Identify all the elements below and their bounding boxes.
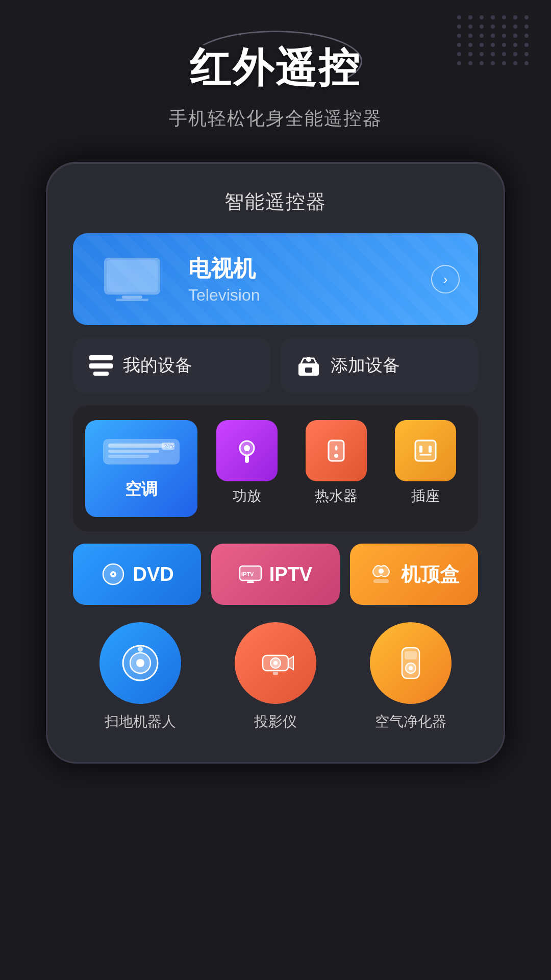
svg-rect-9 <box>108 450 159 453</box>
projector-button[interactable]: 投影仪 <box>235 622 316 731</box>
add-device-button[interactable]: 添加设备 <box>281 337 478 394</box>
socket-icon <box>410 435 441 466</box>
amplifier-button[interactable]: 功放 <box>216 420 278 506</box>
iptv-label: IPTV <box>269 564 312 585</box>
water-heater-label: 热水器 <box>315 486 358 506</box>
svg-point-23 <box>112 573 114 575</box>
appliances-grid: 24℃ 空调 功放 <box>85 420 466 517</box>
water-heater-button[interactable]: 热水器 <box>306 420 367 506</box>
small-appliances: 功放 热水器 <box>207 420 466 506</box>
add-device-label: 添加设备 <box>331 354 400 377</box>
header: 红外遥控 手机轻松化身全能遥控器 <box>169 41 382 131</box>
robot-vacuum-button[interactable]: 扫地机器人 <box>99 622 181 731</box>
svg-text:24℃: 24℃ <box>164 444 176 449</box>
media-row: DVD IPTV IPTV 机顶盒 <box>73 544 478 605</box>
svg-point-17 <box>334 454 338 458</box>
svg-point-31 <box>136 659 144 667</box>
dvd-icon <box>101 561 126 587</box>
dvd-label: DVD <box>133 564 174 585</box>
my-devices-label: 我的设备 <box>123 354 192 377</box>
ac-button[interactable]: 24℃ 空调 <box>85 420 197 517</box>
dvd-button[interactable]: DVD <box>73 544 201 605</box>
air-purifier-button[interactable]: 空气净化器 <box>370 622 452 731</box>
ac-icon: 24℃ <box>101 436 182 472</box>
svg-text:IPTV: IPTV <box>241 571 254 577</box>
svg-rect-36 <box>273 672 278 675</box>
robot-vacuum-label: 扫地机器人 <box>105 712 176 731</box>
inner-title: 智能遥控器 <box>73 189 478 215</box>
page-subtitle: 手机轻松化身全能遥控器 <box>169 106 382 131</box>
title-arc-decoration <box>189 31 362 92</box>
bottom-row: 扫地机器人 投影仪 <box>73 617 478 731</box>
my-devices-icon <box>88 355 114 376</box>
svg-point-40 <box>409 666 413 670</box>
svg-rect-10 <box>108 455 149 458</box>
svg-rect-19 <box>419 446 422 453</box>
tv-icon-container <box>91 249 173 310</box>
svg-point-27 <box>379 569 384 574</box>
svg-rect-1 <box>107 260 158 292</box>
projector-label: 投影仪 <box>254 712 297 731</box>
add-device-icon <box>296 354 321 377</box>
title-wrapper: 红外遥控 <box>190 41 361 96</box>
tv-arrow-button[interactable]: › <box>431 265 460 293</box>
water-heater-icon-box <box>306 420 367 481</box>
my-devices-button[interactable]: 我的设备 <box>73 337 270 394</box>
socket-icon-box <box>395 420 456 481</box>
socket-label: 插座 <box>411 486 440 506</box>
stb-icon <box>368 564 394 584</box>
svg-point-35 <box>273 661 278 665</box>
svg-point-14 <box>244 445 250 451</box>
tv-text: 电视机 Television <box>188 254 416 305</box>
svg-rect-2 <box>122 296 142 299</box>
amplifier-label: 功放 <box>233 486 261 506</box>
svg-rect-25 <box>247 581 254 583</box>
iptv-button[interactable]: IPTV IPTV <box>211 544 339 605</box>
stb-label: 机顶盒 <box>401 561 459 587</box>
appliances-section: 24℃ 空调 功放 <box>73 406 478 531</box>
svg-rect-38 <box>405 651 417 659</box>
svg-rect-3 <box>116 299 148 301</box>
amplifier-icon-box <box>216 420 278 481</box>
devices-row: 我的设备 添加设备 <box>73 337 478 394</box>
svg-rect-15 <box>245 456 249 463</box>
tv-icon <box>96 254 168 305</box>
air-purifier-icon <box>370 622 452 704</box>
svg-rect-18 <box>415 440 436 461</box>
svg-rect-28 <box>373 579 389 583</box>
amplifier-icon <box>232 435 262 466</box>
svg-point-5 <box>306 357 311 362</box>
dots-decoration <box>457 15 531 65</box>
stb-button[interactable]: 机顶盒 <box>350 544 478 605</box>
phone-mockup: 智能遥控器 电视机 Television › 我的设备 <box>46 162 505 764</box>
svg-rect-0 <box>104 258 160 295</box>
tv-name-cn: 电视机 <box>188 254 416 284</box>
water-heater-icon <box>321 435 352 466</box>
ac-label: 空调 <box>125 478 158 501</box>
svg-rect-6 <box>305 368 312 373</box>
projector-icon <box>235 622 316 704</box>
socket-button[interactable]: 插座 <box>395 420 456 506</box>
svg-point-32 <box>138 647 143 652</box>
tv-banner[interactable]: 电视机 Television › <box>73 233 478 325</box>
iptv-icon: IPTV <box>239 565 262 583</box>
air-purifier-label: 空气净化器 <box>375 712 446 731</box>
robot-vacuum-icon <box>99 622 181 704</box>
tv-name-en: Television <box>188 286 416 305</box>
svg-rect-20 <box>429 446 432 453</box>
